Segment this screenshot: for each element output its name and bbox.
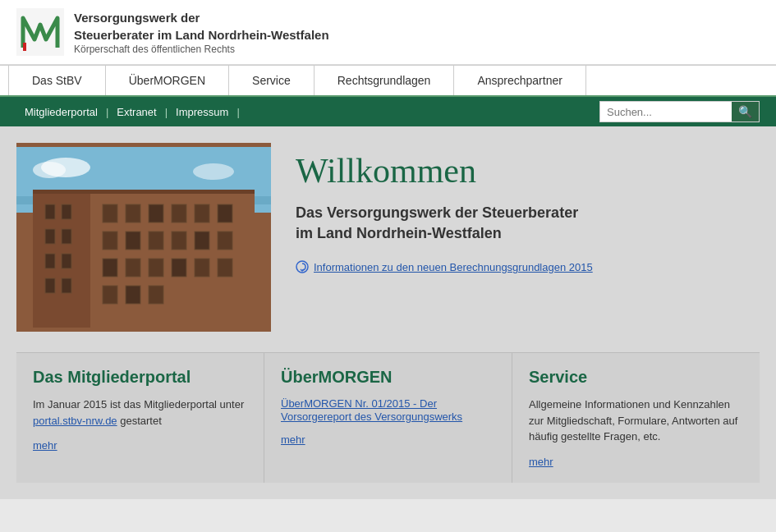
card-link-uebermorgen[interactable]: ÜberMORGEN Nr. 01/2015 - Der Vorsorgerep…	[281, 397, 495, 423]
svg-rect-12	[103, 232, 117, 250]
svg-rect-33	[45, 278, 55, 293]
svg-point-37	[33, 162, 66, 178]
logo-box: Versorgungswerk der Steuerberater im Lan…	[16, 8, 329, 56]
card-service: Service Allgemeine Informationen und Ken…	[512, 352, 760, 483]
svg-rect-25	[126, 286, 140, 304]
card-uebermorgen: ÜberMORGEN ÜberMORGEN Nr. 01/2015 - Der …	[264, 352, 512, 483]
svg-rect-11	[218, 204, 232, 222]
logo-text: Versorgungswerk der Steuerberater im Lan…	[74, 9, 329, 55]
card-mitgliederportal: Das Mitgliederportal Im Januar 2015 ist …	[16, 352, 264, 483]
svg-rect-19	[126, 259, 140, 277]
search-box[interactable]: 🔍	[599, 101, 760, 122]
svg-rect-6	[103, 204, 117, 222]
svg-rect-16	[195, 232, 209, 250]
svg-rect-32	[62, 254, 71, 268]
cards-section: Das Mitgliederportal Im Januar 2015 ist …	[16, 352, 760, 483]
hero-title: Willkommen	[296, 151, 760, 190]
svg-rect-8	[149, 204, 163, 222]
nav-link-extranet[interactable]: Extranet	[108, 106, 164, 118]
uebermorgen-article-link[interactable]: ÜberMORGEN Nr. 01/2015 - Der Vorsorgerep…	[281, 397, 462, 423]
nav-link-uebermorgen[interactable]: ÜberMORGEN	[106, 66, 228, 95]
main-content: Willkommen Das Versorgungswerk der Steue…	[0, 126, 776, 499]
svg-rect-26	[149, 286, 163, 304]
card-title-service: Service	[529, 368, 743, 387]
nav-item-service[interactable]: Service	[229, 66, 315, 95]
hero-text: Willkommen Das Versorgungswerk der Steue…	[296, 143, 760, 332]
card-body-service: Allgemeine Informationen und Kennzahlen …	[529, 397, 743, 445]
svg-rect-14	[149, 232, 163, 250]
hero-image	[16, 143, 271, 332]
svg-rect-24	[103, 286, 117, 304]
nav-link-rechtsgrundlagen[interactable]: Rechtsgrundlagen	[315, 66, 454, 95]
svg-rect-10	[195, 204, 209, 222]
card-more-mitgliederportal[interactable]: mehr	[33, 438, 247, 452]
nav-link-impressum[interactable]: Impressum	[168, 106, 236, 118]
card-more-link-uebermorgen[interactable]: mehr	[281, 433, 305, 446]
logo-icon	[16, 8, 64, 56]
card-more-uebermorgen[interactable]: mehr	[281, 433, 495, 446]
svg-rect-21	[172, 259, 186, 277]
card-body-mitgliederportal: Im Januar 2015 ist das Mitgliederportal …	[33, 397, 247, 429]
nav-link-service[interactable]: Service	[229, 66, 314, 95]
svg-rect-28	[62, 204, 71, 219]
hero-section: Willkommen Das Versorgungswerk der Steue…	[16, 143, 760, 332]
svg-rect-23	[218, 259, 232, 277]
card-more-link-mitgliederportal[interactable]: mehr	[33, 439, 57, 452]
nav-item-ansprechpartner[interactable]: Ansprechpartner	[454, 66, 586, 95]
svg-rect-7	[126, 204, 140, 222]
hero-info-link[interactable]: Informationen zu den neuen Berechnungsgr…	[314, 261, 593, 273]
logo-subtitle: Körperschaft des öffentlichen Rechts	[74, 44, 329, 55]
svg-rect-15	[172, 232, 186, 250]
card-more-service[interactable]: mehr	[529, 455, 743, 468]
main-nav: Das StBV ÜberMORGEN Service Rechtsgrundl…	[0, 65, 776, 97]
svg-rect-34	[62, 278, 71, 293]
svg-rect-9	[172, 204, 186, 222]
hero-link-container: Informationen zu den neuen Berechnungsgr…	[296, 260, 760, 273]
card-more-link-service[interactable]: mehr	[529, 456, 553, 468]
nav-item-stbv[interactable]: Das StBV	[8, 66, 106, 95]
search-input[interactable]	[600, 103, 732, 122]
site-header: Versorgungswerk der Steuerberater im Lan…	[0, 0, 776, 65]
hero-description: Das Versorgungswerk der Steuerberater im…	[296, 203, 760, 244]
nav-link-stbv[interactable]: Das StBV	[9, 66, 105, 95]
svg-rect-30	[62, 229, 71, 244]
secondary-nav-links: Mitgliederportal | Extranet | Impressum …	[16, 106, 240, 118]
nav-item-uebermorgen[interactable]: ÜberMORGEN	[106, 66, 229, 95]
nav-link-ansprechpartner[interactable]: Ansprechpartner	[454, 66, 585, 95]
svg-point-38	[193, 163, 234, 180]
svg-rect-27	[45, 204, 55, 219]
building-image	[16, 143, 271, 332]
svg-rect-31	[45, 254, 55, 268]
portal-link[interactable]: portal.stbv-nrw.de	[33, 415, 117, 427]
svg-rect-22	[195, 259, 209, 277]
svg-rect-29	[45, 229, 55, 244]
svg-rect-20	[149, 259, 163, 277]
logo-title: Versorgungswerk der Steuerberater im Lan…	[74, 9, 329, 44]
search-button[interactable]: 🔍	[732, 102, 759, 122]
nav-item-rechtsgrundlagen[interactable]: Rechtsgrundlagen	[315, 66, 455, 95]
refresh-icon	[296, 260, 309, 273]
svg-rect-1	[23, 43, 26, 51]
svg-rect-35	[33, 190, 255, 194]
svg-rect-18	[103, 259, 117, 277]
svg-rect-13	[126, 232, 140, 250]
secondary-nav: Mitgliederportal | Extranet | Impressum …	[0, 97, 776, 126]
separator-3: |	[236, 106, 239, 118]
svg-rect-17	[218, 232, 232, 250]
card-title-mitgliederportal: Das Mitgliederportal	[33, 368, 247, 387]
nav-link-mitgliederportal[interactable]: Mitgliederportal	[16, 106, 106, 118]
card-title-uebermorgen: ÜberMORGEN	[281, 368, 495, 387]
